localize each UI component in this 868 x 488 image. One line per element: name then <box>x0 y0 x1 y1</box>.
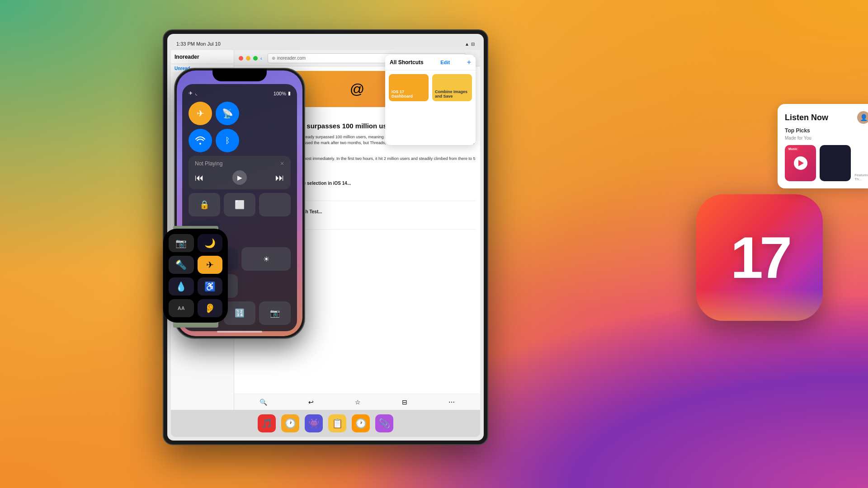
listen-now-avatar: 👤 <box>857 111 868 124</box>
shortcuts-panel: All Shortcuts Edit + iOS 17 Dashboard Co… <box>385 55 476 145</box>
watch-font-btn[interactable]: AA <box>169 299 194 314</box>
watch-water-btn[interactable]: 💧 <box>169 277 194 296</box>
wifi-icon: ▲ <box>465 42 469 47</box>
home-bar[interactable] <box>217 331 262 333</box>
shortcuts-add[interactable]: + <box>467 58 471 66</box>
cc-radio-btn[interactable]: 📡 <box>216 102 239 125</box>
shortcut-tile-1[interactable]: iOS 17 Dashboard <box>389 74 429 101</box>
cc-top-buttons: ✈ 📡 <box>189 102 291 125</box>
watch-ear-btn[interactable]: 👂 <box>198 299 223 314</box>
listen-now-section: Top Picks <box>785 127 868 134</box>
play-triangle-icon <box>798 160 804 166</box>
wifi-status-icon: ◟ <box>195 90 197 96</box>
not-playing-label: Not Playing <box>195 160 222 167</box>
ios17-wave-decoration <box>696 289 823 321</box>
cc-bluetooth-btn[interactable]: ᛒ <box>216 129 239 152</box>
cc-left-status: ✈ ◟ <box>189 90 197 96</box>
listen-now-title: Listen Now <box>785 113 828 122</box>
cc-right-status: 100% ▮ <box>274 90 291 96</box>
music-featuring: Featuring Th... <box>854 145 868 181</box>
cc-brightness[interactable]: ☀ <box>241 247 291 271</box>
battery-pct: 100% <box>274 91 286 96</box>
shortcuts-edit[interactable]: Edit <box>440 60 450 65</box>
search-icon[interactable]: 🔍 <box>259 399 267 406</box>
cc-empty-1 <box>259 193 291 216</box>
play-btn[interactable]: ▶ <box>232 170 247 185</box>
watch-moon-btn[interactable]: 🌙 <box>198 239 223 252</box>
cc-camera-btn[interactable]: 📷 <box>259 301 291 325</box>
battery-bar: ▮ <box>288 90 291 96</box>
forward-back-icon[interactable]: ↩ <box>308 399 314 406</box>
watch-grid: 📷 🌙 🔦 ✈ 💧 ♿ AA 👂 <box>164 239 227 314</box>
bookmark-icon[interactable]: ☆ <box>355 399 361 406</box>
cc-wifi-bt-row: ᛒ <box>189 129 291 152</box>
ios17-number: 17 <box>731 224 789 291</box>
prev-btn[interactable]: ⏮ <box>195 173 204 183</box>
watch-accessibility-btn[interactable]: ♿ <box>198 277 223 296</box>
more-icon[interactable]: ⋯ <box>448 399 455 406</box>
cc-music-title: Not Playing ✕ <box>195 160 284 167</box>
back-btn[interactable]: ‹ <box>260 56 262 61</box>
music-label: Music <box>787 147 799 151</box>
browser-bottom-toolbar: 🔍 ↩ ☆ ⊟ ⋯ <box>234 394 480 410</box>
ios17-icon: 17 <box>696 194 823 321</box>
cc-music-widget: Not Playing ✕ ⏮ ▶ ⏭ <box>189 156 291 189</box>
music-thumb-secondary[interactable] <box>820 145 851 181</box>
dock-icon-6[interactable]: 📎 <box>375 414 393 432</box>
dock-icon-4[interactable]: 📋 <box>328 414 346 432</box>
cc-wifi-btn[interactable] <box>189 129 212 152</box>
music-thumbnails: Music Featuring Th... <box>785 145 868 181</box>
listen-now-card: Listen Now 👤 Top Picks Made for You Musi… <box>778 104 868 188</box>
minimize-btn[interactable] <box>246 56 250 61</box>
music-close-btn[interactable]: ✕ <box>280 160 284 167</box>
dock-icon-3[interactable]: 👾 <box>305 414 323 432</box>
watch-flashlight-btn[interactable]: 🔦 <box>169 256 194 274</box>
brightness-icon: ☀ <box>263 255 269 263</box>
watch-camera-btn[interactable]: 📷 <box>169 239 194 252</box>
cc-screen-mirror[interactable]: ⬜ <box>224 193 255 216</box>
music-thumb-dark-bg <box>820 145 851 181</box>
battery-icon: ⊟ <box>471 42 475 47</box>
cc-airplane-btn[interactable]: ✈ <box>189 102 212 125</box>
ipad-time: 1:33 PM Mon Jul 10 <box>176 41 221 47</box>
maximize-btn[interactable] <box>253 56 258 61</box>
shortcut-tile-2[interactable]: Combine Images and Save <box>432 74 472 101</box>
inoreader-app-name: Inoreader <box>171 50 234 64</box>
airplane-mode-icon: ✈ <box>189 90 193 96</box>
cc-music-controls[interactable]: ⏮ ▶ ⏭ <box>195 170 284 185</box>
iphone-notch <box>212 69 267 81</box>
listen-now-subtitle: Made for You <box>785 136 868 141</box>
next-btn[interactable]: ⏭ <box>275 173 284 183</box>
ipad-dock: 🎵 🕐 👾 📋 🕐 📎 <box>171 410 480 437</box>
play-circle[interactable] <box>794 156 807 170</box>
dock-icon-1[interactable]: 🎵 <box>258 414 276 432</box>
close-btn[interactable] <box>239 56 243 61</box>
ipad-status-icons: ▲ ⊟ <box>465 42 475 47</box>
music-thumb-main[interactable]: Music <box>785 145 816 181</box>
watch-airplane-btn[interactable]: ✈ <box>198 256 223 274</box>
scene: 1:33 PM Mon Jul 10 ▲ ⊟ Inoreader Unread <box>0 0 868 488</box>
watch-screen: 📷 🌙 🔦 ✈ 💧 ♿ AA 👂 <box>164 239 227 314</box>
shortcuts-header: All Shortcuts Edit + <box>385 55 476 70</box>
cc-statusbar: ✈ ◟ 100% ▮ <box>189 90 291 96</box>
apple-watch: 📷 🌙 🔦 ✈ 💧 ♿ AA 👂 <box>160 226 231 325</box>
watch-body: 📷 🌙 🔦 ✈ 💧 ♿ AA 👂 <box>164 239 227 314</box>
dock-icon-5[interactable]: 🕐 <box>352 414 370 432</box>
dock-icon-2[interactable]: 🕐 <box>281 414 299 432</box>
cc-rotation-lock[interactable]: 🔒 <box>189 193 220 216</box>
filter-icon[interactable]: ⊟ <box>402 399 407 406</box>
shortcuts-grid: iOS 17 Dashboard Combine Images and Save <box>385 70 476 105</box>
ipad-statusbar: 1:33 PM Mon Jul 10 ▲ ⊟ <box>171 38 480 50</box>
listen-now-header: Listen Now 👤 <box>785 111 868 124</box>
shortcuts-title: All Shortcuts <box>390 59 424 66</box>
